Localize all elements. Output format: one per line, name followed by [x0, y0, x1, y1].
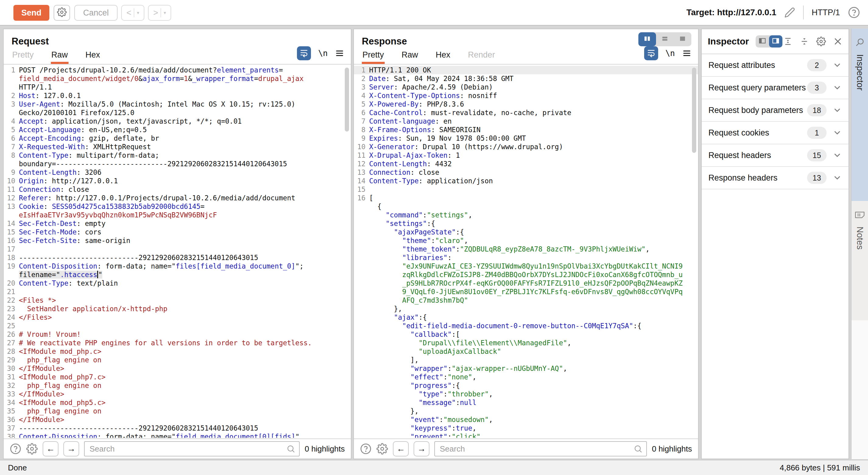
- dock-right-button[interactable]: [769, 35, 782, 48]
- word-wrap-toggle[interactable]: [644, 46, 658, 60]
- layout-rows-button[interactable]: [656, 32, 674, 46]
- response-tab-raw[interactable]: Raw: [401, 50, 419, 64]
- request-tab-hex[interactable]: Hex: [85, 50, 101, 64]
- code-line: 15Sec-Fetch-Mode: cors: [4, 228, 351, 236]
- editor-menu-icon[interactable]: [335, 49, 344, 58]
- line-number: 38: [4, 432, 19, 438]
- search-icon: [633, 444, 643, 454]
- request-search-bar: ← → 0 highlights: [4, 439, 351, 458]
- request-editor[interactable]: 1POST /Projects/drupal-10.2.6/media/add/…: [4, 65, 351, 438]
- search-help-button[interactable]: [360, 443, 372, 454]
- code-line: "settings":{: [354, 219, 698, 228]
- collapse-all-icon[interactable]: [800, 37, 809, 46]
- code-line: 8Content-Type: multipart/form-data;: [4, 151, 351, 160]
- count-badge: 13: [807, 172, 827, 184]
- layout-single-button[interactable]: [674, 32, 691, 46]
- http-version-label[interactable]: HTTP/1: [812, 8, 840, 18]
- layout-columns-button[interactable]: [638, 32, 656, 46]
- expand-all-icon[interactable]: [783, 37, 793, 46]
- rows-layout-icon: [660, 34, 669, 44]
- code-line: 28<IfModule mod_php.c>: [4, 347, 351, 356]
- line-number: 6: [4, 134, 19, 142]
- code-line: AFQ_c7md3shm7bQ": [354, 296, 698, 305]
- line-number: [354, 364, 369, 373]
- request-tab-pretty[interactable]: Pretty: [11, 50, 34, 64]
- line-number: 5: [354, 100, 369, 108]
- code-line: 21: [4, 287, 351, 296]
- search-next-button[interactable]: →: [413, 441, 429, 456]
- show-newlines-toggle[interactable]: \n: [318, 49, 328, 58]
- inspector-section-request-body-parameters[interactable]: Request body parameters18: [702, 99, 848, 122]
- line-number: 15: [354, 185, 369, 194]
- word-wrap-toggle[interactable]: [297, 46, 311, 60]
- line-number: 32: [4, 381, 19, 390]
- line-number: 36: [4, 415, 19, 424]
- search-prev-button[interactable]: ←: [43, 441, 59, 456]
- response-tab-render[interactable]: Render: [467, 50, 496, 64]
- help-icon[interactable]: [848, 6, 860, 19]
- inspector-settings-icon[interactable]: [816, 36, 826, 46]
- inspector-section-request-cookies[interactable]: Request cookies1: [702, 122, 848, 144]
- search-help-button[interactable]: [10, 443, 21, 454]
- close-icon[interactable]: [833, 37, 842, 46]
- code-line: 38Content-Disposition: form-data; name="…: [4, 432, 351, 438]
- next-request-button[interactable]: >▾: [148, 5, 171, 21]
- code-line: 29 php_flag engine on: [4, 356, 351, 364]
- line-number: [354, 279, 369, 287]
- search-settings-button[interactable]: [26, 443, 38, 454]
- line-number: 26: [4, 330, 19, 339]
- request-scrollbar-thumb[interactable]: [345, 68, 349, 131]
- send-settings-button[interactable]: [54, 5, 70, 21]
- chevron-down-icon: [833, 128, 842, 137]
- show-newlines-toggle[interactable]: \n: [665, 49, 675, 58]
- code-line: 16[: [354, 194, 698, 202]
- inspector-section-response-headers[interactable]: Response headers13: [702, 167, 848, 189]
- editor-menu-icon[interactable]: [682, 49, 691, 58]
- edit-target-pencil-icon[interactable]: [784, 7, 795, 18]
- inspector-section-request-query-parameters[interactable]: Request query parameters3: [702, 77, 848, 99]
- request-search-input[interactable]: [84, 441, 300, 456]
- line-number: 28: [4, 347, 19, 356]
- code-line: "keypress":true,: [354, 424, 698, 432]
- toolbar-divider: [803, 5, 804, 20]
- response-editor[interactable]: 1HTTP/1.1 200 OK2Date: Sat, 04 May 2024 …: [354, 65, 698, 438]
- response-search-input[interactable]: [434, 441, 647, 456]
- inspector-tab-icon: [855, 37, 865, 48]
- code-line: 11X-Drupal-Ajax-Token: 1: [354, 151, 698, 160]
- top-toolbar: Send Cancel <▾ >▾ Target: http://127.0.0…: [0, 0, 868, 26]
- cancel-button[interactable]: Cancel: [74, 5, 118, 21]
- line-number: [354, 313, 369, 321]
- code-line: 3Server: Apache/2.4.59 (Debian): [354, 83, 698, 91]
- code-line: 2Host: 127.0.0.1: [4, 91, 351, 100]
- line-number: [354, 390, 369, 398]
- sidebar-tab-notes[interactable]: Notes: [851, 201, 868, 320]
- search-settings-button[interactable]: [376, 443, 388, 454]
- line-number: [4, 83, 19, 91]
- line-number: [354, 228, 369, 236]
- response-tab-hex[interactable]: Hex: [435, 50, 451, 64]
- response-scrollbar-thumb[interactable]: [692, 68, 696, 153]
- columns-layout-icon: [643, 34, 651, 44]
- send-button[interactable]: Send: [13, 5, 49, 21]
- code-line: "uploadAjaxCallback": [354, 347, 698, 356]
- response-view-tabs: Pretty Raw Hex Render: [362, 50, 496, 64]
- prev-request-button[interactable]: <▾: [121, 5, 144, 21]
- code-line: "eJx9UNFuwzAI_CE3-YZ9SUUIWdmw8Qyu1n19nSp…: [354, 262, 698, 271]
- search-next-button[interactable]: →: [63, 441, 79, 456]
- request-tab-raw[interactable]: Raw: [51, 50, 68, 64]
- code-line: "prevent":"click",: [354, 432, 698, 438]
- line-number: 3: [4, 100, 19, 108]
- code-line: },: [354, 407, 698, 415]
- search-prev-button[interactable]: ←: [393, 441, 409, 456]
- inspector-section-request-attributes[interactable]: Request attributes2: [702, 54, 848, 77]
- sidebar-tab-inspector[interactable]: Inspector: [851, 29, 868, 201]
- dock-left-button[interactable]: [755, 35, 769, 48]
- code-line: _pS9HLbR7ROcrPX4f-eqKGrOQ00FAFYFsR7IFZL9…: [354, 279, 698, 287]
- line-number: 11: [354, 151, 369, 160]
- response-metrics: 4,866 bytes | 591 millis: [780, 463, 860, 473]
- response-tab-pretty[interactable]: Pretty: [362, 50, 385, 64]
- inspector-section-request-headers[interactable]: Request headers15: [702, 144, 848, 167]
- line-number: 9: [4, 168, 19, 177]
- code-line: field_media_document/widget/0&ajax_form=…: [4, 74, 351, 83]
- line-number: 22: [4, 296, 19, 305]
